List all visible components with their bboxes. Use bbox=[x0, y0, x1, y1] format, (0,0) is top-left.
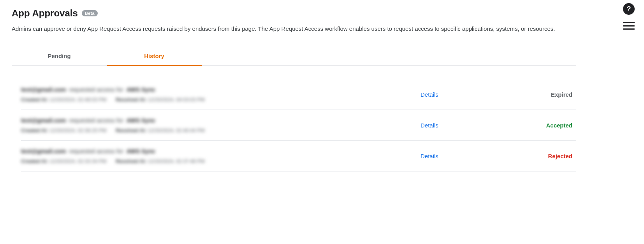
status-badge: Expired bbox=[498, 91, 576, 98]
request-action-text: requested access for bbox=[69, 86, 123, 93]
request-action-text: requested access for bbox=[69, 117, 123, 124]
resolved-at: 12/20/2024, 02:40:44 PM bbox=[148, 127, 205, 133]
request-info: test@gmail.com requested access for AWS … bbox=[21, 117, 421, 133]
details-link[interactable]: Details bbox=[421, 91, 498, 98]
request-app: AWS Sync bbox=[127, 148, 155, 154]
request-info: test@gmail.com requested access for AWS … bbox=[21, 86, 421, 103]
request-user: test@gmail.com bbox=[21, 86, 66, 93]
request-list: test@gmail.com requested access for AWS … bbox=[12, 79, 576, 172]
request-action-text: requested access for bbox=[69, 148, 123, 154]
tabs-bar: Pending History bbox=[12, 47, 576, 66]
resolved-label: Resolved At: bbox=[116, 97, 146, 103]
status-badge: Accepted bbox=[498, 122, 576, 129]
request-row: test@gmail.com requested access for AWS … bbox=[21, 141, 576, 172]
details-link[interactable]: Details bbox=[421, 153, 498, 159]
created-label: Created At: bbox=[21, 127, 48, 133]
request-app: AWS Sync bbox=[127, 86, 155, 93]
help-icon[interactable]: ? bbox=[623, 3, 635, 15]
tab-history[interactable]: History bbox=[107, 47, 202, 66]
resolved-at: 12/20/2024, 04:03:03 PM bbox=[148, 97, 205, 103]
created-at: 12/20/2024, 02:38:25 PM bbox=[49, 127, 106, 133]
request-row: test@gmail.com requested access for AWS … bbox=[21, 79, 576, 110]
resolved-label: Resolved At: bbox=[116, 158, 146, 164]
created-at: 12/20/2024, 02:33:34 PM bbox=[49, 158, 106, 164]
request-app: AWS Sync bbox=[127, 117, 155, 124]
request-info: test@gmail.com requested access for AWS … bbox=[21, 148, 421, 164]
created-label: Created At: bbox=[21, 97, 48, 103]
page-description: Admins can approve or deny App Request A… bbox=[12, 24, 572, 33]
request-row: test@gmail.com requested access for AWS … bbox=[21, 110, 576, 141]
tab-pending[interactable]: Pending bbox=[12, 47, 107, 66]
status-badge: Rejected bbox=[498, 153, 576, 159]
created-label: Created At: bbox=[21, 158, 48, 164]
resolved-at: 12/20/2024, 02:37:48 PM bbox=[148, 158, 205, 164]
page-title: App Approvals bbox=[12, 8, 78, 19]
resolved-label: Resolved At: bbox=[116, 127, 146, 133]
created-at: 12/20/2024, 02:48:03 PM bbox=[49, 97, 106, 103]
request-user: test@gmail.com bbox=[21, 117, 66, 124]
request-user: test@gmail.com bbox=[21, 148, 66, 154]
beta-badge: Beta bbox=[82, 10, 98, 16]
hamburger-menu-icon[interactable] bbox=[623, 21, 635, 30]
details-link[interactable]: Details bbox=[421, 122, 498, 129]
